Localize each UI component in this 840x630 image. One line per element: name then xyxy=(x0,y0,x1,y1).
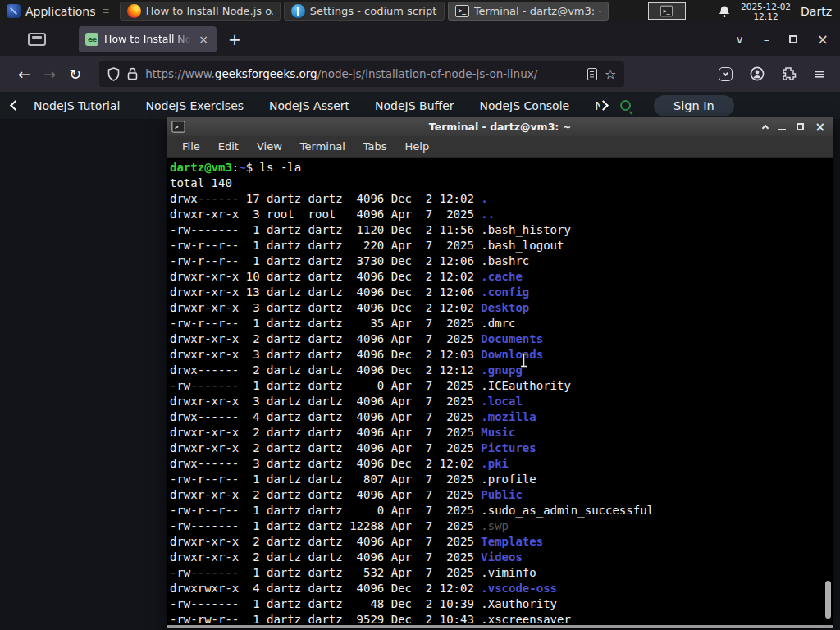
terminal-listing-row: -rw------- 1 dartz dartz 1120 Dec 2 11:5… xyxy=(170,222,833,238)
terminal-listing-row: -rw-r--r-- 1 dartz dartz 0 Apr 7 2025 .s… xyxy=(170,503,833,518)
panel-status-area: 2025-12-02 12:12 Dartz xyxy=(718,2,840,21)
lock-icon[interactable] xyxy=(127,67,138,80)
minimize-window-button[interactable] xyxy=(778,129,786,130)
terminal-total-line: total 140 xyxy=(170,176,833,191)
terminal-listing-row: drwxr-xr-x 13 dartz dartz 4096 Dec 2 12:… xyxy=(170,285,833,300)
nav-scroll-left-icon[interactable] xyxy=(10,100,21,111)
terminal-listing-row: drwxr-xr-x 2 dartz dartz 4096 Apr 7 2025… xyxy=(170,534,833,550)
taskbar-window-button[interactable]: Settings - codium script... xyxy=(284,2,445,21)
terminal-output: dartz@vm3:~$ ls -latotal 140drwx------ 1… xyxy=(167,158,833,625)
list-all-tabs-icon[interactable]: ∨ xyxy=(736,33,744,46)
taskbar-window-label: Terminal - dartz@vm3: ~ xyxy=(474,5,601,17)
maximize-window-button[interactable] xyxy=(797,123,804,130)
url-text: https://www.geeksforgeeks.org/node-js/in… xyxy=(145,67,580,80)
clock-date: 2025-12-02 xyxy=(741,2,791,11)
window-close-button[interactable]: × xyxy=(817,31,829,48)
terminal-listing-row: drwx------ 3 dartz dartz 4096 Dec 2 12:0… xyxy=(170,456,833,472)
terminal-listing-row: drwx------ 4 dartz dartz 4096 Apr 7 2025… xyxy=(170,409,833,425)
firefox-tab-bar: ee How to Install Node.js or × + ∨ – × xyxy=(0,22,840,56)
back-button[interactable]: ← xyxy=(18,66,30,83)
panel-clock[interactable]: 2025-12-02 12:12 xyxy=(741,2,791,21)
site-nav-link[interactable]: NodeJS Tutorial xyxy=(34,99,120,112)
extensions-puzzle-icon[interactable] xyxy=(782,66,797,81)
site-nav-bar: NodeJS TutorialNodeJS ExercisesNodeJS As… xyxy=(0,92,840,119)
terminal-prompt-line: dartz@vm3:~$ ls -la xyxy=(170,160,833,176)
site-nav-link[interactable]: NodeJS Exercises xyxy=(145,99,244,112)
terminal-window: >_ Terminal - dartz@vm3: ~ × FileEditVie… xyxy=(167,117,833,628)
tracking-shield-icon[interactable] xyxy=(107,67,120,81)
terminal-listing-row: drwxr-xr-x 2 dartz dartz 4096 Apr 7 2025… xyxy=(170,550,833,565)
terminal-menu-view[interactable]: View xyxy=(248,140,291,153)
terminal-listing-row: drwxr-xr-x 10 dartz dartz 4096 Dec 2 12:… xyxy=(170,269,833,285)
search-icon[interactable] xyxy=(620,100,631,111)
shade-window-button[interactable] xyxy=(762,125,769,131)
site-nav-link[interactable]: NodeJS Assert xyxy=(269,99,349,112)
terminal-menu-edit[interactable]: Edit xyxy=(209,140,248,153)
window-taskbar: How to Install Node.js o...Settings - co… xyxy=(116,2,609,21)
forward-button[interactable]: → xyxy=(43,66,56,83)
close-window-button[interactable]: × xyxy=(815,123,825,131)
sign-in-button[interactable]: Sign In xyxy=(654,95,734,116)
taskbar-window-button[interactable]: How to Install Node.js o... xyxy=(120,2,281,21)
firefox-icon xyxy=(127,4,141,18)
terminal-listing-row: drwxr-xr-x 3 root root 4096 Apr 7 2025 .… xyxy=(170,207,833,222)
codium-icon xyxy=(291,4,305,18)
site-nav-link[interactable]: NodeJS Console xyxy=(480,99,570,112)
terminal-menu-bar: FileEditViewTerminalTabsHelp xyxy=(167,136,833,158)
terminal-listing-row: -rw-r--r-- 1 dartz dartz 220 Apr 7 2025 … xyxy=(170,238,833,253)
nav-scroll-right-icon[interactable] xyxy=(598,100,609,111)
firefox-toolbar: ← → ↻ https://www.geeksforgeeks.org/node… xyxy=(0,56,840,92)
terminal-window-controls: × xyxy=(763,123,829,131)
workspace-switcher[interactable]: >_ xyxy=(648,2,686,20)
terminal-listing-row: drwxr-xr-x 2 dartz dartz 4096 Apr 7 2025… xyxy=(170,487,833,503)
reader-mode-icon[interactable] xyxy=(587,68,597,80)
browser-window-controls: ∨ – × xyxy=(736,31,840,48)
terminal-menu-terminal[interactable]: Terminal xyxy=(291,140,354,153)
terminal-scrollbar[interactable] xyxy=(825,581,831,619)
terminal-listing-row: drwx------ 2 dartz dartz 4096 Dec 2 12:1… xyxy=(170,363,833,378)
pocket-icon[interactable] xyxy=(719,67,733,81)
new-tab-button[interactable]: + xyxy=(228,30,241,48)
taskbar-window-button[interactable]: >_Terminal - dartz@vm3: ~ xyxy=(448,2,609,21)
terminal-listing-row: -rw-rw-r-- 1 dartz dartz 9529 Dec 2 10:4… xyxy=(170,612,833,625)
terminal-menu-tabs[interactable]: Tabs xyxy=(354,140,396,153)
terminal-title-bar[interactable]: >_ Terminal - dartz@vm3: ~ × xyxy=(167,117,833,136)
terminal-listing-row: -rw-r--r-- 1 dartz dartz 807 Apr 7 2025 … xyxy=(170,472,833,487)
applications-menu-icon xyxy=(7,4,21,18)
terminal-menu-help[interactable]: Help xyxy=(396,140,439,153)
terminal-listing-row: drwx------ 17 dartz dartz 4096 Dec 2 12:… xyxy=(170,191,833,207)
taskbar-window-label: Settings - codium script... xyxy=(310,5,437,17)
terminal-listing-row: -rw-r--r-- 1 dartz dartz 35 Apr 7 2025 .… xyxy=(170,316,833,331)
terminal-menu-file[interactable]: File xyxy=(173,140,209,153)
reload-button[interactable]: ↻ xyxy=(69,66,81,83)
applications-menu[interactable]: Applications ≡ xyxy=(0,0,116,22)
mouse-ibeam-cursor xyxy=(518,352,529,368)
site-nav-items: NodeJS TutorialNodeJS ExercisesNodeJS As… xyxy=(34,99,600,112)
clock-time: 12:12 xyxy=(741,11,791,21)
notification-bell-icon[interactable] xyxy=(718,5,731,18)
window-maximize-button[interactable] xyxy=(789,35,797,43)
tab-title: How to Install Node.js or xyxy=(104,33,191,45)
browser-tab[interactable]: ee How to Install Node.js or × xyxy=(79,26,217,52)
terminal-listing-row: drwxr-xr-x 3 dartz dartz 4096 Dec 2 12:0… xyxy=(170,300,833,316)
tab-close-icon[interactable]: × xyxy=(197,33,210,46)
terminal-listing-row: drwxr-xr-x 2 dartz dartz 4096 Apr 7 2025… xyxy=(170,425,833,441)
terminal-listing-row: -rw------- 1 dartz dartz 532 Apr 7 2025 … xyxy=(170,565,833,581)
url-bar[interactable]: https://www.geeksforgeeks.org/node-js/in… xyxy=(99,61,624,87)
window-minimize-button[interactable]: – xyxy=(764,33,769,46)
terminal-listing-row: drwxr-xr-x 3 dartz dartz 4096 Apr 7 2025… xyxy=(170,394,833,409)
site-nav-link[interactable]: NodeJS Buffer xyxy=(375,99,454,112)
taskbar-window-label: How to Install Node.js o... xyxy=(146,5,273,17)
menu-hamburger-icon[interactable]: ≡ xyxy=(814,66,825,82)
bookmark-star-icon[interactable]: ☆ xyxy=(605,66,616,82)
terminal-listing-row: drwxr-xr-x 3 dartz dartz 4096 Dec 2 12:0… xyxy=(170,347,833,363)
user-menu[interactable]: Dartz xyxy=(801,5,833,18)
terminal-listing-row: drwxrwxr-x 4 dartz dartz 4096 Dec 2 12:0… xyxy=(170,581,833,596)
firefox-view-icon[interactable] xyxy=(28,33,46,46)
terminal-listing-row: -rw------- 1 dartz dartz 12288 Apr 7 202… xyxy=(170,518,833,534)
applications-menu-label: Applications xyxy=(25,5,96,18)
top-panel: Applications ≡ How to Install Node.js o.… xyxy=(0,0,840,22)
terminal-window-title: Terminal - dartz@vm3: ~ xyxy=(167,121,833,133)
account-icon[interactable] xyxy=(750,66,765,81)
geeksforgeeks-favicon: ee xyxy=(85,33,98,46)
